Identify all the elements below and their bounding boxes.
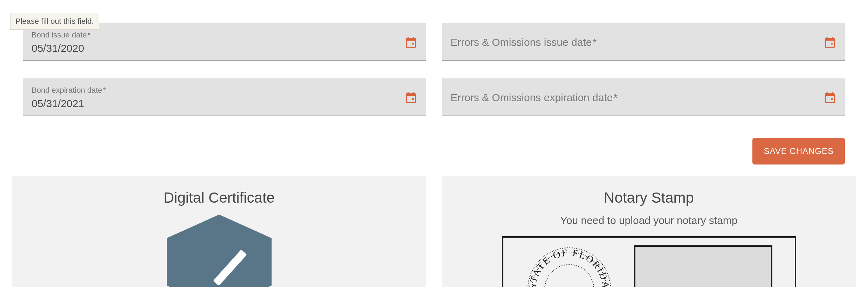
seal-text: STATE OF FLORIDA — [527, 247, 612, 287]
required-mark: * — [614, 92, 618, 103]
bond-issue-date-label: Bond issue date* — [32, 30, 397, 40]
calendar-icon[interactable] — [404, 91, 418, 104]
hexagon-badge-icon — [167, 215, 272, 287]
label-text: Bond expiration date — [32, 86, 102, 94]
calendar-icon[interactable] — [823, 91, 836, 104]
notary-stamp-title: Notary Stamp — [456, 189, 842, 206]
certificate-illustration — [26, 215, 412, 287]
eo-expiration-date-label: Errors & Omissions expiration date* — [450, 92, 618, 103]
label-text: Errors & Omissions issue date — [450, 36, 592, 48]
info-panels: Digital Certificate Notary Stamp You nee… — [0, 176, 868, 287]
bond-issue-date-value[interactable]: 05/31/2020 — [32, 42, 397, 54]
digital-certificate-panel: Digital Certificate — [12, 176, 426, 287]
bond-expiration-date-value[interactable]: 05/31/2021 — [32, 98, 397, 110]
calendar-icon[interactable] — [823, 36, 836, 49]
signature-box[interactable] — [634, 245, 772, 287]
save-changes-button[interactable]: SAVE CHANGES — [752, 138, 845, 164]
actions-row: SAVE CHANGES — [0, 116, 868, 176]
required-mark: * — [88, 30, 91, 39]
svg-text:STATE OF FLORIDA: STATE OF FLORIDA — [527, 247, 612, 287]
bond-expiration-date-field[interactable]: Bond expiration date* 05/31/2021 — [23, 78, 426, 116]
digital-certificate-title: Digital Certificate — [26, 189, 412, 206]
eo-expiration-date-field[interactable]: Errors & Omissions expiration date* — [442, 78, 845, 116]
form-grid: Bond issue date* 05/31/2020 Errors & Omi… — [0, 0, 868, 116]
calendar-icon[interactable] — [404, 36, 418, 49]
notary-stamp-panel: Notary Stamp You need to upload your not… — [442, 176, 856, 287]
required-mark: * — [103, 86, 106, 94]
validation-tooltip: Please fill out this field. — [10, 13, 99, 30]
required-mark: * — [592, 36, 597, 48]
stamp-frame[interactable]: STATE OF FLORIDA — [502, 236, 796, 287]
eo-issue-date-field[interactable]: Errors & Omissions issue date* — [442, 23, 845, 61]
label-text: Bond issue date — [32, 30, 87, 39]
bond-expiration-date-label: Bond expiration date* — [32, 86, 397, 95]
pencil-icon — [213, 250, 247, 286]
notary-stamp-subtext: You need to upload your notary stamp — [456, 215, 842, 226]
eo-issue-date-label: Errors & Omissions issue date* — [450, 36, 597, 48]
svg-point-2 — [545, 265, 594, 287]
label-text: Errors & Omissions expiration date — [450, 92, 613, 103]
seal-icon: STATE OF FLORIDA — [525, 245, 613, 287]
